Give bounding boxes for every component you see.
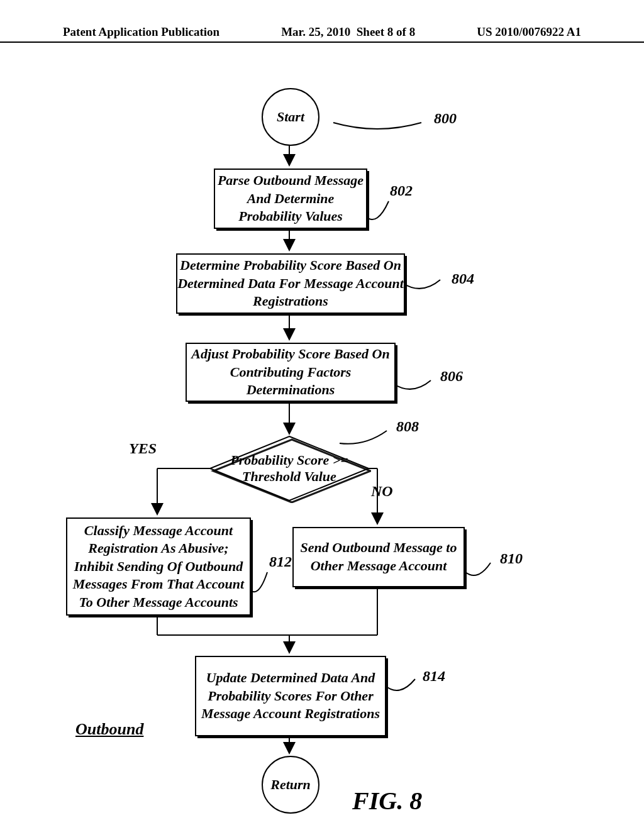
flowchart: Start Parse Outbound Message And Determi… [0,75,644,817]
ref-800: 800 [434,110,457,127]
section-label: Outbound [75,720,143,739]
decision-808: Probability Score >= Threshold Value [211,437,368,500]
branch-no: NO [371,483,393,500]
ref-814: 814 [423,668,445,685]
branch-yes: YES [129,440,157,457]
ref-802: 802 [390,182,413,199]
figure-label: FIG. 8 [352,786,422,816]
ref-804: 804 [452,270,474,287]
step-806: Adjust Probability Score Based On Contri… [186,343,396,402]
ref-806: 806 [440,368,463,385]
ref-810: 810 [500,550,523,567]
return-node: Return [262,756,319,814]
ref-812: 812 [269,553,292,570]
page-header: Patent Application Publication Mar. 25, … [0,25,644,43]
start-node: Start [262,88,319,146]
step-804: Determine Probability Score Based On Det… [176,253,405,314]
pub-date: Mar. 25, 2010 Sheet 8 of 8 [281,25,415,39]
step-810: Send Outbound Message to Other Message A… [292,527,465,587]
step-802: Parse Outbound Message And Determine Pro… [214,169,367,229]
pub-label: Patent Application Publication [63,25,219,39]
step-814: Update Determined Data And Probability S… [195,656,386,736]
step-812: Classify Message Account Registration As… [66,517,251,616]
doc-number: US 2010/0076922 A1 [477,25,581,39]
ref-808: 808 [396,418,419,435]
